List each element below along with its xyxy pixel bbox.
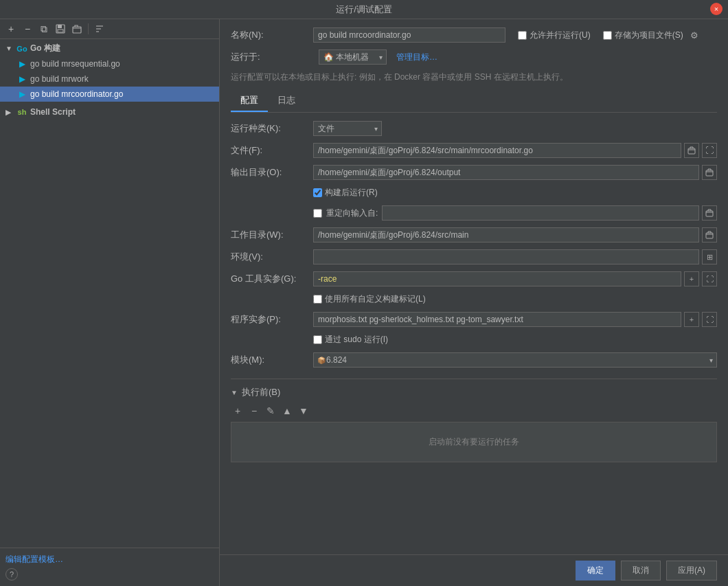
- env-edit-button[interactable]: ⊞: [702, 249, 717, 264]
- module-select-wrap: 📦 6.824 ▾: [313, 352, 717, 368]
- work-dir-path-row: [313, 227, 717, 243]
- name-label: 名称(N):: [231, 29, 313, 41]
- cancel-button[interactable]: 取消: [621, 561, 661, 581]
- chevron-right-icon: ▶: [5, 109, 14, 116]
- sidebar: + − ⧉ ▼ Go: [0, 19, 220, 586]
- tab-log[interactable]: 日志: [268, 90, 305, 112]
- run-kind-label: 运行种类(K):: [231, 122, 313, 135]
- move-to-group-button[interactable]: [70, 22, 84, 36]
- env-row: 环境(V): ⊞: [231, 249, 717, 264]
- before-up-button[interactable]: ▲: [280, 404, 294, 418]
- tree-area: ▼ Go Go 构建 ▶ go build mrsequential.go ▶ …: [0, 39, 219, 293]
- file-input[interactable]: [313, 143, 681, 158]
- copy-config-button[interactable]: ⧉: [37, 22, 51, 36]
- tab-config[interactable]: 配置: [231, 90, 268, 112]
- custom-tags-wrap: 使用所有自定义构建标记(L): [313, 293, 426, 305]
- svg-rect-9: [706, 211, 713, 216]
- env-path-row: ⊞: [313, 249, 717, 264]
- shell-script-group-header[interactable]: ▶ sh Shell Script: [0, 104, 219, 120]
- redirect-input-field[interactable]: [382, 205, 699, 221]
- target-select[interactable]: 🏠 本地机器: [319, 49, 387, 65]
- custom-tags-checkbox[interactable]: [313, 295, 322, 304]
- build-after-run-row: 构建后运行(R): [231, 187, 717, 199]
- svg-rect-2: [58, 30, 63, 32]
- work-dir-row: 工作目录(W):: [231, 227, 717, 243]
- before-edit-button[interactable]: ✎: [264, 404, 277, 418]
- build-after-run-checkbox[interactable]: [313, 188, 322, 197]
- program-args-label: 程序实参(P):: [231, 313, 313, 326]
- work-dir-input[interactable]: [313, 227, 699, 243]
- before-remove-button[interactable]: −: [247, 404, 261, 418]
- save-project-label: 存储为项目文件(S): [615, 30, 683, 41]
- svg-rect-1: [58, 25, 62, 28]
- main-area: + − ⧉ ▼ Go: [0, 19, 728, 586]
- shell-icon: sh: [16, 106, 27, 117]
- custom-tags-row: 使用所有自定义构建标记(L): [231, 293, 717, 305]
- name-input[interactable]: [313, 27, 505, 43]
- file-label: 文件(F):: [231, 144, 313, 157]
- sudo-wrap: 通过 sudo 运行(I): [313, 334, 388, 346]
- add-config-button[interactable]: +: [4, 22, 18, 36]
- section-divider: [231, 379, 717, 379]
- go-tool-args-row: Go 工具实参(G): + ⛶: [231, 271, 717, 286]
- before-down-button[interactable]: ▼: [297, 404, 310, 418]
- svg-rect-8: [706, 170, 713, 176]
- program-args-expand-button[interactable]: ⛶: [702, 312, 717, 327]
- before-add-button[interactable]: +: [231, 404, 244, 418]
- manage-target-link[interactable]: 管理目标…: [396, 52, 437, 63]
- remove-config-button[interactable]: −: [21, 22, 34, 36]
- sidebar-help: ?: [5, 568, 214, 581]
- settings-icon[interactable]: ⚙: [690, 30, 698, 41]
- file-expand-button[interactable]: ⛶: [702, 143, 717, 158]
- redirect-input-label: 重定向输入自:: [326, 207, 378, 219]
- redirect-browse-button[interactable]: [702, 205, 717, 221]
- name-control-wrap: 允许并行运行(U) 存储为项目文件(S) ⚙: [313, 27, 717, 43]
- go-build-group: ▼ Go Go 构建 ▶ go build mrsequential.go ▶ …: [0, 39, 219, 103]
- ok-button[interactable]: 确定: [576, 561, 615, 581]
- redirect-input-row: 重定向输入自:: [231, 205, 717, 221]
- allow-parallel-checkbox[interactable]: [518, 31, 527, 40]
- sudo-checkbox[interactable]: [313, 335, 322, 344]
- go-tool-args-input[interactable]: [313, 271, 681, 286]
- go-build-group-header[interactable]: ▼ Go Go 构建: [0, 41, 219, 56]
- sidebar-toolbar: + − ⧉: [0, 19, 219, 39]
- allow-parallel-wrap: 允许并行运行(U): [518, 30, 591, 41]
- go-tool-args-add-button[interactable]: +: [684, 271, 699, 286]
- info-text: 运行配置可以在本地或目标上执行: 例如，在 Docker 容器中或使用 SSH …: [231, 71, 717, 83]
- output-dir-browse-button[interactable]: [702, 165, 717, 180]
- sidebar-bottom: 编辑配置模板… ?: [0, 548, 219, 586]
- work-dir-browse-button[interactable]: [702, 227, 717, 243]
- work-dir-label: 工作目录(W):: [231, 229, 313, 241]
- apply-button[interactable]: 应用(A): [666, 561, 717, 581]
- help-button[interactable]: ?: [5, 568, 18, 581]
- redirect-input-checkbox[interactable]: [313, 209, 322, 218]
- save-project-checkbox[interactable]: [603, 31, 612, 40]
- save-config-button[interactable]: [54, 22, 67, 36]
- edit-template-link[interactable]: 编辑配置模板…: [5, 554, 63, 564]
- run-kind-select-wrap: 文件 包 目录 ▾: [313, 121, 382, 136]
- module-select[interactable]: 6.824: [313, 352, 717, 368]
- go-tool-args-expand-button[interactable]: ⛶: [702, 271, 717, 286]
- shell-group-label: Shell Script: [30, 107, 76, 117]
- title-bar: 运行/调试配置 ×: [0, 0, 728, 19]
- output-dir-input[interactable]: [313, 165, 699, 180]
- bottom-bar: 确定 取消 应用(A): [220, 554, 728, 586]
- config-item-mrcoordinator[interactable]: ▶ go build mrcoordinator.go: [0, 87, 219, 102]
- config-item-mrwork[interactable]: ▶ go build mrwork: [0, 71, 219, 87]
- env-input[interactable]: [313, 249, 699, 264]
- target-select-wrap: 🏠 本地机器 ▾: [319, 49, 387, 65]
- custom-tags-label: 使用所有自定义构建标记(L): [325, 293, 426, 305]
- section-collapse-icon[interactable]: ▼: [231, 389, 238, 396]
- env-label: 环境(V):: [231, 251, 313, 263]
- dialog-title: 运行/调试配置: [336, 3, 392, 16]
- sort-button[interactable]: [93, 22, 106, 36]
- config-item-mrsequential[interactable]: ▶ go build mrsequential.go: [0, 56, 219, 71]
- config-item-label: go build mrsequential.go: [30, 59, 120, 69]
- run-kind-select[interactable]: 文件 包 目录: [313, 121, 382, 136]
- close-button[interactable]: ×: [710, 3, 723, 15]
- file-browse-button[interactable]: [684, 143, 699, 158]
- program-args-input[interactable]: [313, 312, 681, 327]
- svg-rect-3: [73, 27, 81, 33]
- program-args-add-button[interactable]: +: [684, 312, 699, 327]
- run-on-label: 运行于:: [231, 51, 313, 63]
